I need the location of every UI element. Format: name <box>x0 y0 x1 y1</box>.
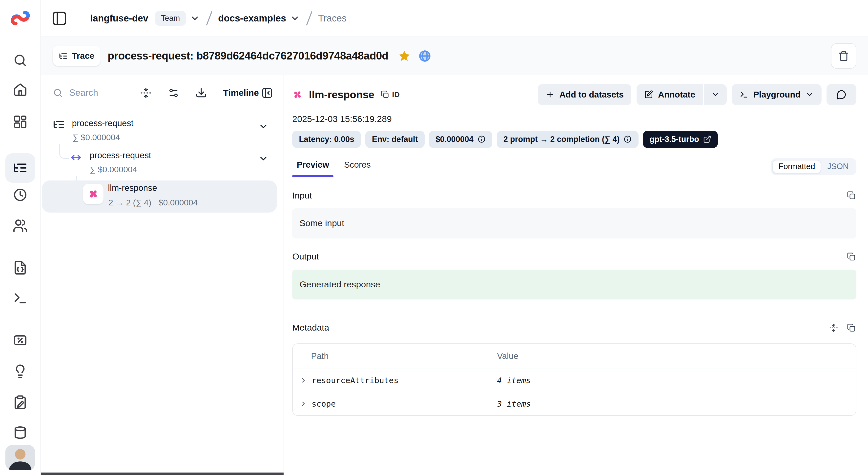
trace-title: process-request: b8789d62464dc7627016d97… <box>108 50 388 62</box>
rail-playground-icon[interactable] <box>5 289 35 308</box>
search-placeholder: Search <box>69 88 98 98</box>
playground-button[interactable]: Playground <box>732 84 822 105</box>
plus-icon <box>546 90 555 99</box>
latency-badge: Latency: 0.00s <box>292 131 361 148</box>
rail-annotation-icon[interactable] <box>5 393 35 412</box>
langfuse-app: langfuse-dev Team docs-examples Traces T… <box>0 0 868 475</box>
tree-node-name[interactable]: process-request <box>90 151 151 160</box>
tab-scores[interactable]: Scores <box>340 160 375 177</box>
org-name[interactable]: langfuse-dev <box>90 13 148 24</box>
expand-metadata-icon[interactable] <box>829 323 839 332</box>
trace-type-badge: Trace <box>53 46 100 66</box>
chevron-down-icon <box>806 90 814 99</box>
topbar: langfuse-dev Team docs-examples Traces <box>41 0 868 37</box>
cost-badge[interactable]: $0.000004 <box>429 131 492 148</box>
trace-node-icon <box>53 119 65 131</box>
tree-node-usage: 2 → 2 (∑ 4) <box>108 198 151 208</box>
org-switch-chevron-icon[interactable] <box>190 13 200 23</box>
view-toggle-json[interactable]: JSON <box>821 160 855 173</box>
info-icon <box>623 135 632 144</box>
comment-bubble-icon <box>836 89 847 100</box>
rail-search-icon[interactable] <box>5 51 35 70</box>
view-toggle: Formatted JSON <box>771 158 857 175</box>
tree-node-selected[interactable] <box>42 181 277 213</box>
pencil-square-icon <box>644 90 653 99</box>
public-globe-icon[interactable] <box>418 50 432 63</box>
trace-type-label: Trace <box>72 51 94 61</box>
copy-input-icon[interactable] <box>847 191 857 200</box>
rail-dashboard-icon[interactable] <box>5 112 35 131</box>
timeline-toggle[interactable]: Timeline <box>223 88 259 98</box>
user-avatar[interactable] <box>5 445 35 470</box>
breadcrumb-divider <box>306 11 312 25</box>
metadata-col-value: Value <box>497 344 856 369</box>
metadata-key-expand[interactable]: scope <box>293 399 497 409</box>
breadcrumb-page[interactable]: Traces <box>318 13 346 24</box>
rail-home-icon[interactable] <box>5 80 35 99</box>
delete-trace-button[interactable] <box>831 43 857 69</box>
breadcrumb-divider <box>206 11 212 25</box>
rail-users-icon[interactable] <box>5 216 35 235</box>
nav-rail <box>0 0 41 475</box>
external-link-icon <box>703 135 711 144</box>
tree-settings-icon[interactable] <box>168 86 181 100</box>
main-column: langfuse-dev Team docs-examples Traces T… <box>41 0 868 475</box>
token-usage-badge[interactable]: 2 prompt → 2 completion (∑ 4) <box>497 131 639 148</box>
langfuse-logo-icon[interactable] <box>8 6 32 30</box>
project-name[interactable]: docs-examples <box>218 13 286 24</box>
env-badge: Env: default <box>365 131 425 148</box>
collapse-all-icon[interactable] <box>140 86 153 100</box>
annotate-button[interactable]: Annotate <box>637 84 703 105</box>
span-node-icon <box>70 151 83 164</box>
model-badge[interactable]: gpt-3.5-turbo <box>643 131 718 148</box>
rail-prompts-icon[interactable] <box>5 258 35 277</box>
annotate-dropdown-chevron-icon[interactable] <box>704 84 727 105</box>
tree-node-cost: $0.000004 <box>159 198 198 208</box>
detail-header: llm-response ID Add to datasets <box>292 84 857 105</box>
generation-node-icon <box>83 184 103 204</box>
rail-insights-icon[interactable] <box>5 362 35 381</box>
copy-output-icon[interactable] <box>847 252 857 261</box>
observation-tree-panel: Search Timeline <box>41 75 284 475</box>
tree-connector <box>59 144 69 159</box>
tab-preview[interactable]: Preview <box>292 160 334 177</box>
rail-datasets-icon[interactable] <box>5 423 35 442</box>
generation-icon <box>292 89 303 100</box>
horizontal-scrollbar[interactable] <box>41 473 284 475</box>
content-split: Search Timeline <box>41 75 868 475</box>
metadata-col-path: Path <box>293 344 497 369</box>
copy-id-button[interactable]: ID <box>381 90 400 99</box>
table-row: resourceAttributes 4 items <box>293 369 856 392</box>
tree-toolbar: Search Timeline <box>53 85 275 101</box>
detail-tabs: Preview Scores Formatted JSON <box>292 157 857 177</box>
sidebar-toggle-icon[interactable] <box>51 10 68 26</box>
collapse-panel-icon[interactable] <box>261 86 275 100</box>
metadata-key-expand[interactable]: resourceAttributes <box>293 376 497 385</box>
metadata-table: Path Value resourceAttributes <box>292 343 857 416</box>
input-section-header: Input <box>292 191 857 201</box>
observation-tree: process-request ∑ $0.000004 process-requ… <box>41 119 284 262</box>
chevron-right-icon <box>300 377 307 384</box>
id-label: ID <box>392 90 400 99</box>
comments-button[interactable] <box>827 84 857 105</box>
copy-metadata-icon[interactable] <box>847 323 857 332</box>
add-to-datasets-button[interactable]: Add to datasets <box>538 84 631 105</box>
metadata-section-header: Metadata <box>292 323 857 333</box>
tree-node-name[interactable]: llm-response <box>108 183 157 193</box>
info-icon <box>477 135 486 144</box>
tree-search-input[interactable]: Search <box>53 88 129 98</box>
bookmark-star-icon[interactable] <box>398 50 411 63</box>
project-switch-chevron-icon[interactable] <box>290 13 300 23</box>
observation-detail-panel: llm-response ID Add to datasets <box>284 75 868 475</box>
rail-evaluation-icon[interactable] <box>5 331 35 350</box>
download-icon[interactable] <box>195 86 209 100</box>
rail-sessions-icon[interactable] <box>5 185 35 204</box>
observation-timestamp: 2025-12-03 15:56:19.289 <box>292 114 857 124</box>
view-toggle-formatted[interactable]: Formatted <box>772 160 821 173</box>
rail-tracing-icon[interactable] <box>5 153 35 183</box>
metric-badges: Latency: 0.00s Env: default $0.000004 2 … <box>292 131 857 148</box>
collapse-node-chevron-icon[interactable] <box>258 153 269 164</box>
tree-node-name[interactable]: process-request <box>72 119 133 128</box>
input-label: Input <box>292 191 312 201</box>
collapse-node-chevron-icon[interactable] <box>258 121 269 132</box>
